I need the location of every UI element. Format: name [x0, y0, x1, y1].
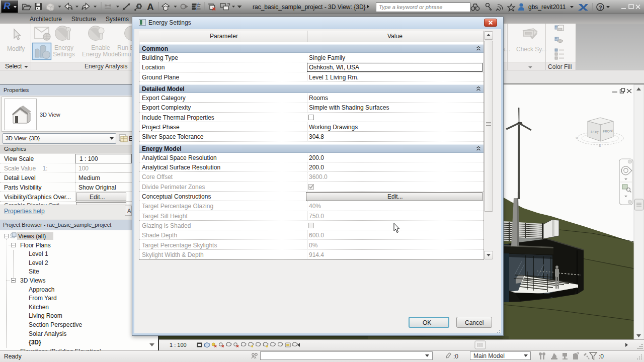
svg-text::0: :0 — [453, 353, 458, 360]
svg-text:W: W — [576, 136, 579, 139]
svg-text::0: :0 — [599, 353, 604, 360]
svg-text:S: S — [599, 144, 601, 147]
svg-text:A: A — [147, 2, 154, 12]
svg-text:1: 1 — [137, 5, 139, 9]
svg-text:?: ? — [599, 5, 602, 11]
